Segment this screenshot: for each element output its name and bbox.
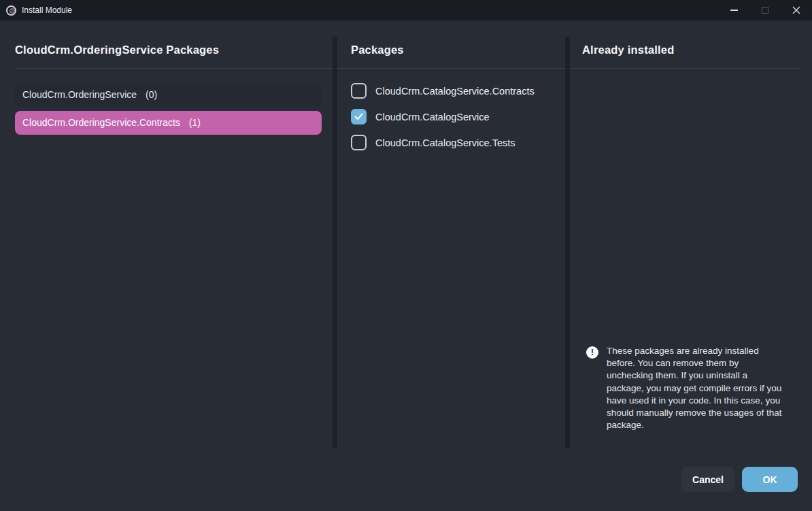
divider-left-middle	[333, 37, 337, 448]
right-header-rule	[570, 68, 800, 69]
package-row-catalogservice-tests[interactable]: CloudCrm.CatalogService.Tests	[351, 135, 515, 150]
minimize-icon	[730, 10, 738, 11]
maximize-icon	[762, 7, 768, 14]
window-controls	[718, 0, 812, 20]
package-label: CloudCrm.CatalogService	[375, 112, 490, 122]
module-package-count: (0)	[146, 89, 157, 100]
info-exclamation-icon: !	[586, 346, 598, 359]
package-row-catalogservice[interactable]: CloudCrm.CatalogService	[351, 109, 490, 125]
checkbox-unchecked[interactable]	[351, 83, 367, 99]
divider-middle-right	[565, 37, 570, 448]
module-item-orderingservice[interactable]: CloudCrm.OrderingService(0)	[15, 83, 322, 107]
app-logo-icon	[6, 5, 16, 16]
titlebar[interactable]: Install Module	[0, 0, 812, 20]
close-button[interactable]	[781, 0, 812, 20]
module-name: CloudCrm.OrderingService.Contracts	[22, 117, 180, 128]
already-installed-note: These packages are already installed bef…	[607, 345, 786, 431]
right-panel-header: Already installed	[582, 44, 674, 56]
install-module-dialog: Install Module CloudCrm.OrderingService …	[0, 0, 812, 511]
module-item-orderingservice-contracts[interactable]: CloudCrm.OrderingService.Contracts(1)	[15, 111, 322, 135]
minimize-button[interactable]	[718, 0, 749, 20]
close-icon	[792, 6, 800, 14]
middle-panel-header: Packages	[351, 44, 404, 56]
left-header-rule	[15, 68, 333, 69]
ok-button[interactable]: OK	[742, 467, 798, 492]
maximize-button[interactable]	[749, 0, 781, 20]
package-label: CloudCrm.CatalogService.Contracts	[375, 86, 535, 97]
checkmark-icon	[354, 113, 363, 120]
module-name: CloudCrm.OrderingService	[22, 89, 137, 100]
package-label: CloudCrm.CatalogService.Tests	[375, 137, 515, 148]
window-title: Install Module	[22, 5, 72, 15]
checkbox-checked[interactable]	[351, 109, 367, 125]
middle-header-rule	[337, 68, 565, 69]
module-package-count: (1)	[189, 117, 201, 128]
checkbox-unchecked[interactable]	[351, 135, 367, 150]
cancel-button[interactable]: Cancel	[681, 467, 734, 492]
package-row-catalogservice-contracts[interactable]: CloudCrm.CatalogService.Contracts	[351, 83, 535, 99]
left-panel-header: CloudCrm.OrderingService Packages	[15, 44, 219, 56]
